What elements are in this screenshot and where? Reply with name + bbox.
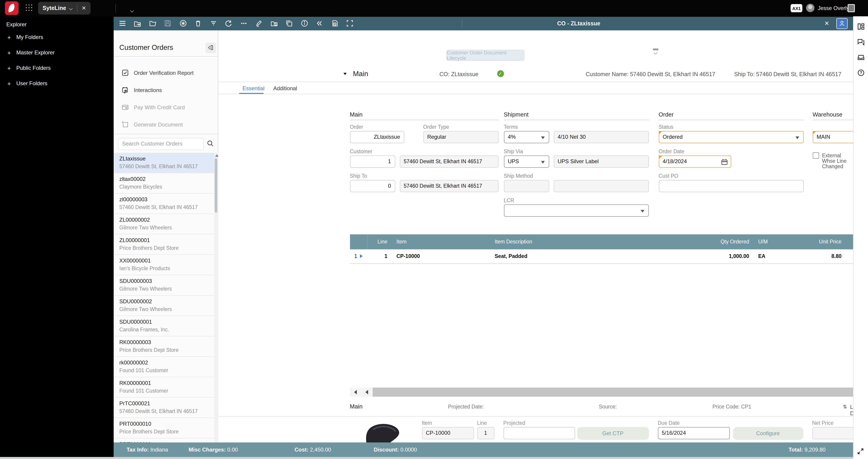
horizontal-scrollbar-thumb[interactable] <box>372 388 868 397</box>
terms-description-field[interactable]: 4/10 Net 30 <box>554 131 649 143</box>
history-icon[interactable] <box>331 20 338 27</box>
panel-action-order-verification-report[interactable]: Order Verification Report <box>114 64 218 81</box>
col-qty-ordered[interactable]: Qty Ordered <box>690 239 754 245</box>
filter-icon[interactable] <box>209 20 217 27</box>
infor-logo[interactable] <box>5 1 19 15</box>
search-icon[interactable] <box>207 140 214 147</box>
cell-qty-ordered[interactable]: 1,000.00 <box>690 253 754 259</box>
expand-plus-icon[interactable]: + <box>6 65 12 71</box>
collapse-left-icon[interactable] <box>316 20 323 27</box>
collapse-handle-icon[interactable] <box>652 48 659 54</box>
external-whse-checkbox[interactable] <box>812 152 819 159</box>
app-switcher-icon[interactable] <box>25 4 33 12</box>
col-item-description[interactable]: Item Description <box>490 239 690 245</box>
user-mode-button[interactable] <box>836 18 847 29</box>
user-avatar[interactable] <box>806 4 814 12</box>
save-icon[interactable] <box>164 20 172 27</box>
expand-icon[interactable] <box>857 448 864 455</box>
order-type-field[interactable]: Regular <box>423 131 498 143</box>
cell-item-description[interactable]: Seat, Padded <box>490 253 690 259</box>
new-record-icon[interactable] <box>133 20 141 27</box>
detail-line-field[interactable]: 1 <box>477 427 494 439</box>
col-um[interactable]: U/M <box>754 239 778 245</box>
list-item[interactable]: zl0000000357460 Dewitt St, Elkhart IN 46… <box>114 193 214 214</box>
open-icon[interactable] <box>149 20 156 27</box>
grid-row[interactable]: 1 1 CP-10000 Seat, Padded 1,000.00 EA 8.… <box>350 249 868 264</box>
list-item[interactable]: ZL00000001Price Brothers Dept Store <box>114 234 214 255</box>
right-panel-toggle-icon[interactable] <box>848 4 855 12</box>
refresh-icon[interactable] <box>225 20 232 27</box>
list-item[interactable]: PRT0000010Price Brothers Dept Store <box>114 418 214 438</box>
list-item[interactable]: XX00000001Ian's Bicycle Products <box>114 255 214 275</box>
sidebar-item-my-folders[interactable]: + My Folders <box>0 32 113 42</box>
list-scrollbar-thumb[interactable] <box>215 158 217 212</box>
more-actions-icon[interactable] <box>240 20 247 27</box>
notes-icon[interactable] <box>179 20 187 27</box>
tab-chevron-down-icon[interactable] <box>69 6 73 10</box>
order-date-field[interactable]: 4/18/2024 <box>659 155 731 168</box>
col-unit-price[interactable]: Unit Price <box>778 239 846 245</box>
cell-line[interactable]: 1 <box>367 253 392 259</box>
edit-icon[interactable] <box>255 20 262 27</box>
inbox-icon[interactable] <box>857 54 865 61</box>
list-item[interactable]: SDU0000002Gilmore Two Wheelers <box>114 295 214 316</box>
scroll-left-button[interactable] <box>361 388 372 397</box>
col-line[interactable]: Line <box>367 239 392 245</box>
sidebar-item-master-explorer[interactable]: + Master Explorer <box>0 47 113 58</box>
terms-dropdown[interactable]: 4% <box>504 131 549 143</box>
list-item[interactable]: RK00000001Found 101 Customer <box>114 377 214 397</box>
customer-name-field[interactable]: 57460 Dewitt St, Elkhart IN 46517 <box>400 155 498 168</box>
col-item[interactable]: Item <box>392 239 490 245</box>
info-icon[interactable] <box>301 20 308 27</box>
list-item[interactable]: SDU0000001Carolina Frames, Inc. <box>114 316 214 336</box>
status-dropdown[interactable]: Ordered <box>659 131 804 143</box>
ship-method-description-field[interactable] <box>554 180 649 192</box>
search-input[interactable] <box>118 138 204 150</box>
layout-panels-icon[interactable] <box>857 23 865 30</box>
help-icon[interactable]: ? <box>857 69 865 77</box>
list-item[interactable]: ZL00000002Gilmore Two Wheelers <box>114 214 214 234</box>
expand-plus-icon[interactable]: + <box>6 80 12 87</box>
calendar-icon[interactable] <box>721 159 727 165</box>
due-date-field[interactable]: 5/16/2024 <box>658 427 730 439</box>
find-record-icon[interactable] <box>270 20 278 27</box>
fullscreen-icon[interactable] <box>346 20 353 27</box>
ship-via-dropdown[interactable]: UPS <box>504 155 549 168</box>
section-collapse-icon[interactable] <box>343 73 346 75</box>
detail-projected-field[interactable] <box>503 427 575 439</box>
ship-to-number-field[interactable]: 0 <box>350 180 395 192</box>
panel-collapse-button[interactable] <box>205 42 216 53</box>
new-tab-chevron-icon[interactable] <box>130 9 134 12</box>
panel-action-interactions[interactable]: Interactions <box>114 81 218 98</box>
ship-to-name-field[interactable]: 57460 Dewitt St, Elkhart IN 46517 <box>400 180 498 192</box>
menu-icon[interactable] <box>118 20 126 27</box>
list-item[interactable]: SDU0000003Gilmore Two Wheelers <box>114 275 214 295</box>
scroll-left-button[interactable] <box>350 388 361 397</box>
window-close-icon[interactable]: ✕ <box>824 20 829 27</box>
tab-additional[interactable]: Additional <box>273 85 297 91</box>
list-item[interactable]: ZLtaxissue57460 Dewitt St, Elkhart IN 46… <box>114 152 214 173</box>
cell-item[interactable]: CP-10000 <box>392 253 490 259</box>
expand-plus-icon[interactable]: + <box>6 49 12 56</box>
order-field[interactable]: ZLtaxissue <box>350 131 404 143</box>
tab-syteline[interactable]: SyteLine ✕ <box>38 2 91 15</box>
line-details-sort-icon[interactable]: ⇅ <box>843 404 847 409</box>
ship-via-description-field[interactable]: UPS Silver Label <box>554 155 649 168</box>
chat-icon[interactable] <box>857 38 865 46</box>
sidebar-item-user-folders[interactable]: + User Folders <box>0 78 113 89</box>
cell-um[interactable]: EA <box>754 253 778 259</box>
sidebar-item-public-folders[interactable]: + Public Folders <box>0 62 113 74</box>
tab-essential[interactable]: Essential <box>243 85 265 91</box>
copy-icon[interactable] <box>285 20 293 27</box>
expand-plus-icon[interactable]: + <box>6 34 12 40</box>
list-item[interactable]: zltax00002Claymore Bicycles <box>114 173 214 193</box>
list-item[interactable]: PrTC00002157460 Dewitt St, Elkhart IN 46… <box>114 397 214 418</box>
ship-method-field[interactable] <box>504 180 549 192</box>
lcr-dropdown[interactable] <box>504 204 649 217</box>
customer-number-field[interactable]: 1 <box>350 155 395 168</box>
detail-item-field[interactable]: CP-10000 <box>422 427 474 439</box>
tab-close-icon[interactable]: ✕ <box>82 5 86 11</box>
cust-po-field[interactable] <box>659 180 804 192</box>
list-item[interactable]: RK00000003Price Brothers Dept Store <box>114 336 214 356</box>
list-item[interactable]: rk00000002Found 101 Customer <box>114 356 214 377</box>
